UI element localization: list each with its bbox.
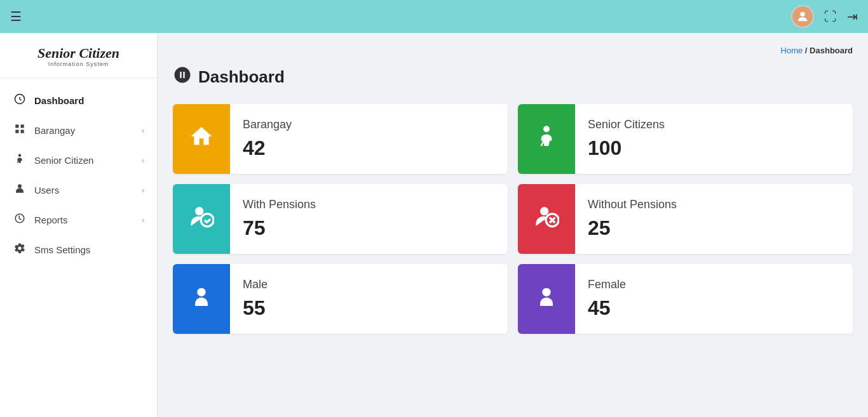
sidebar-item-sms-settings[interactable]: Sms Settings (0, 235, 157, 265)
stat-value-with-pensions: 75 (243, 216, 316, 240)
stat-icon-barangay (189, 124, 214, 155)
logo-subtitle: Information System (37, 61, 119, 67)
users-arrow-icon: ‹ (142, 186, 144, 195)
sidebar: Senior Citizen Information System Dashbo… (0, 33, 158, 417)
svg-rect-3 (21, 124, 24, 128)
stat-value-without-pensions: 25 (588, 216, 677, 240)
stat-value-female: 45 (588, 296, 626, 320)
fullscreen-icon[interactable]: ⛶ (824, 10, 837, 24)
main-layout: Senior Citizen Information System Dashbo… (0, 33, 868, 417)
stat-icon-without-pensions (534, 204, 559, 235)
sidebar-item-dashboard[interactable]: Dashboard (0, 86, 157, 116)
svg-point-12 (201, 213, 214, 226)
stat-value-male: 55 (243, 296, 268, 320)
stat-icon-female (534, 284, 559, 315)
reports-arrow-icon: ‹ (142, 216, 144, 225)
stat-card-without-pensions: Without Pensions 25 (518, 184, 853, 254)
stat-icon-box-with-pensions (173, 184, 230, 254)
stat-label-senior-citizens: Senior Citizens (588, 118, 665, 131)
stat-info-senior-citizens: Senior Citizens 100 (575, 108, 677, 170)
stat-value-senior-citizens: 100 (588, 136, 665, 160)
stat-label-female: Female (588, 278, 626, 291)
breadcrumb: Home / Dashboard (173, 46, 853, 55)
svg-point-16 (542, 288, 550, 296)
svg-point-0 (800, 12, 804, 17)
stat-icon-with-pensions (189, 204, 214, 235)
stat-icon-box-male (173, 264, 230, 334)
sidebar-item-senior-citizen[interactable]: Senior Citizen ‹ (0, 145, 157, 175)
topbar-right: ⛶ ⇥ (791, 5, 858, 28)
svg-rect-5 (21, 130, 24, 133)
barangay-nav-icon (13, 123, 27, 138)
stat-card-barangay: Barangay 42 (173, 104, 508, 174)
sidebar-item-reports[interactable]: Reports ‹ (0, 205, 157, 235)
svg-point-6 (18, 154, 22, 157)
svg-line-10 (541, 140, 544, 145)
sidebar-logo: Senior Citizen Information System (0, 33, 157, 78)
dashboard-nav-icon (13, 93, 27, 108)
users-nav-icon (13, 183, 27, 197)
hamburger-icon[interactable]: ☰ (10, 9, 22, 24)
sidebar-item-barangay[interactable]: Barangay ‹ (0, 116, 157, 145)
topbar: ☰ ⛶ ⇥ (0, 0, 868, 33)
stats-grid: Barangay 42 Senior Citizens 100 With Pen… (173, 104, 853, 334)
avatar[interactable] (791, 5, 814, 28)
stat-card-male: Male 55 (173, 264, 508, 334)
sidebar-item-dashboard-label: Dashboard (34, 95, 84, 106)
stat-icon-box-barangay (173, 104, 230, 174)
stat-info-male: Male 55 (230, 268, 280, 330)
logout-icon[interactable]: ⇥ (847, 9, 858, 24)
stat-icon-male (189, 284, 214, 315)
sidebar-item-sms-settings-label: Sms Settings (34, 244, 90, 255)
logo-title: Senior Citizen (37, 46, 119, 61)
stat-icon-box-without-pensions (518, 184, 575, 254)
svg-rect-4 (15, 130, 18, 133)
topbar-left: ☰ (10, 9, 22, 24)
breadcrumb-current: Dashboard (810, 46, 853, 55)
stat-card-senior-citizens: Senior Citizens 100 (518, 104, 853, 174)
stat-label-barangay: Barangay (243, 118, 292, 131)
stat-value-barangay: 42 (243, 136, 292, 160)
page-title: Dashboard (173, 65, 853, 89)
svg-rect-2 (15, 124, 18, 128)
stat-info-without-pensions: Without Pensions 25 (575, 188, 689, 250)
sidebar-nav: Dashboard Barangay ‹ (0, 78, 157, 272)
stat-card-female: Female 45 (518, 264, 853, 334)
stat-info-with-pensions: With Pensions 75 (230, 188, 329, 250)
page-title-label: Dashboard (198, 67, 285, 87)
breadcrumb-separator: / (805, 46, 810, 55)
sidebar-item-barangay-label: Barangay (34, 125, 75, 136)
stat-icon-box-female (518, 264, 575, 334)
reports-nav-icon (13, 213, 27, 227)
dashboard-title-icon (173, 65, 192, 89)
svg-point-11 (195, 207, 203, 215)
stat-icon-senior-citizens (534, 124, 559, 155)
barangay-arrow-icon: ‹ (142, 126, 144, 135)
stat-card-with-pensions: With Pensions 75 (173, 184, 508, 254)
sidebar-item-users-label: Users (34, 185, 59, 195)
main-content: Home / Dashboard Dashboard Barangay 42 (158, 33, 868, 417)
stat-info-female: Female 45 (575, 268, 639, 330)
stat-label-with-pensions: With Pensions (243, 198, 316, 211)
sms-settings-nav-icon (13, 242, 27, 257)
senior-citizen-arrow-icon: ‹ (142, 156, 144, 165)
svg-point-15 (197, 288, 205, 296)
svg-line-7 (17, 161, 18, 163)
stat-info-barangay: Barangay 42 (230, 108, 304, 170)
svg-point-13 (540, 207, 548, 215)
sidebar-item-reports-label: Reports (34, 215, 68, 225)
svg-point-9 (543, 126, 550, 132)
breadcrumb-home[interactable]: Home (781, 46, 803, 55)
stat-label-male: Male (243, 278, 268, 291)
stat-label-without-pensions: Without Pensions (588, 198, 677, 211)
sidebar-item-senior-citizen-label: Senior Citizen (34, 155, 93, 166)
stat-icon-box-senior-citizens (518, 104, 575, 174)
senior-citizen-nav-icon (13, 153, 27, 168)
sidebar-item-users[interactable]: Users ‹ (0, 175, 157, 205)
svg-point-8 (18, 184, 22, 188)
